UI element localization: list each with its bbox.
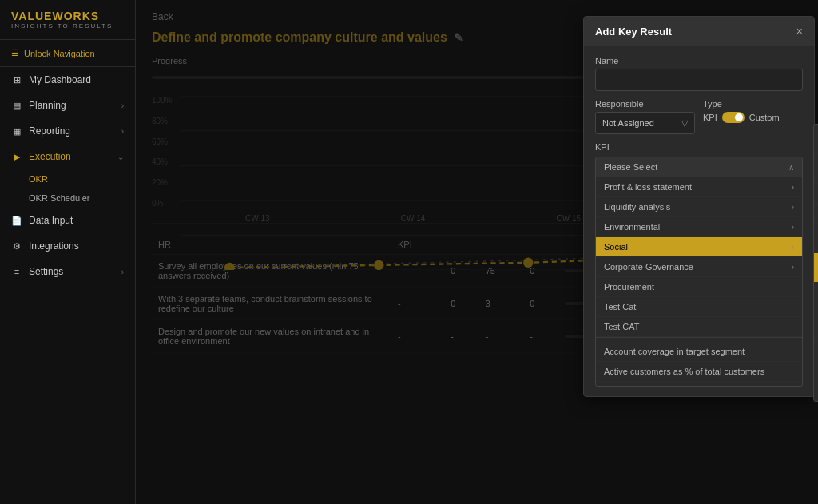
kpi-dropdown: Please Select ∧ Profit & loss statement›…	[595, 157, 803, 387]
kpi-please-select[interactable]: Please Select ∧	[596, 157, 802, 177]
kpi-list-item[interactable]: Test CAT	[596, 317, 802, 337]
logo-subtitle: INSIGHTS TO RESULTS	[11, 22, 124, 30]
kpi-submenu-item[interactable]: Employment: Employee turnover	[814, 154, 818, 184]
chevron-right-icon: ›	[792, 263, 794, 272]
dialog-close-button[interactable]: ×	[796, 25, 803, 38]
dialog-body: Name Responsible Not Assigned ▽ Type KPI	[584, 46, 814, 396]
kpi-custom-toggle-row: KPI Custom	[703, 112, 803, 123]
kpi-list-item[interactable]: Liquidity analysis›	[596, 197, 802, 217]
sidebar-item-execution[interactable]: ▶ Execution ⌄	[0, 144, 135, 169]
toggle-knob	[735, 113, 743, 121]
sidebar: VALUEWORKS INSIGHTS TO RESULTS ☰ Unlock …	[0, 0, 136, 504]
logo: VALUEWORKS INSIGHTS TO RESULTS	[0, 0, 135, 40]
execution-icon: ▶	[11, 152, 22, 162]
kpi-section-label: KPI	[595, 142, 803, 152]
kpi-list-item[interactable]: Profit & loss statement›	[596, 177, 802, 197]
sidebar-item-okr[interactable]: OKR	[0, 169, 135, 189]
kpi-submenu-item[interactable]: Diversity: Number of nationalities	[814, 342, 818, 371]
chevron-right-icon: ›	[792, 203, 794, 212]
kpi-submenu-item[interactable]: Equal Opportunities / Non-Discrimination…	[814, 253, 818, 283]
kpi-list-item[interactable]: Procurement	[596, 277, 802, 297]
type-label: Type	[703, 99, 803, 109]
chevron-down-icon: ⌄	[117, 153, 124, 161]
dashboard-icon: ⊞	[11, 75, 22, 85]
kpi-custom-toggle[interactable]	[722, 112, 745, 123]
unlock-nav-button[interactable]: ☰ Unlock Navigation	[0, 40, 135, 67]
chevron-right-icon: ›	[792, 223, 794, 232]
kpi-submenu-item[interactable]: Health & Wellness: Safe working environm…	[814, 283, 818, 312]
sidebar-item-reporting[interactable]: ▦ Reporting ›	[0, 118, 135, 144]
kpi-list-item[interactable]: Social›	[596, 237, 802, 257]
kpi-list-item[interactable]: Environmental›	[596, 217, 802, 237]
dropdown-icon: ▽	[681, 118, 688, 129]
kpi-list-item[interactable]: Corporate Governance›	[596, 257, 802, 277]
dialog-header: Add Key Result ×	[584, 17, 814, 46]
kpi-submenu-item[interactable]: Diversity and anti-harassment policy	[814, 312, 818, 342]
chevron-right-icon: ›	[121, 268, 124, 276]
sidebar-item-settings[interactable]: ≡ Settings ›	[0, 259, 135, 284]
data-input-icon: 📄	[11, 216, 22, 226]
responsible-select[interactable]: Not Assigned ▽	[595, 112, 695, 134]
kpi-label: KPI	[703, 113, 717, 122]
sidebar-item-planning[interactable]: ▤ Planning ›	[0, 93, 135, 118]
chevron-right-icon: ›	[792, 243, 794, 252]
planning-icon: ▤	[11, 101, 22, 111]
name-input[interactable]	[595, 69, 803, 91]
kpi-submenu-item[interactable]: Payment: CEO Pay Ratio	[814, 184, 818, 204]
kpi-extra-list: Account coverage in target segment Activ…	[596, 337, 802, 386]
logo-title: VALUEWORKS	[11, 10, 124, 22]
sidebar-item-integrations[interactable]: ⚙ Integrations	[0, 233, 135, 259]
reporting-icon: ▦	[11, 126, 22, 137]
sidebar-item-dashboard[interactable]: ⊞ My Dashboard	[0, 67, 135, 93]
chevron-up-icon: ∧	[788, 163, 794, 172]
kpi-submenu-item[interactable]: Diversity: Female-to-male ratio [employe…	[814, 371, 818, 401]
kpi-submenu-item[interactable]: Diversity: Female-to-male ratio [Managem…	[814, 224, 818, 253]
kpi-submenu: Employment: Temporary Worker RatioEmploy…	[813, 124, 818, 402]
menu-icon: ☰	[11, 48, 19, 58]
settings-icon: ≡	[11, 267, 22, 276]
main-content: Back Define and promote company culture …	[136, 0, 818, 504]
kpi-list: Profit & loss statement›Liquidity analys…	[596, 177, 802, 337]
chevron-right-icon: ›	[121, 101, 124, 110]
responsible-label: Responsible	[595, 99, 695, 109]
add-key-result-dialog: Add Key Result × Name Responsible Not As…	[583, 16, 815, 397]
sidebar-item-data-input[interactable]: 📄 Data Input	[0, 208, 135, 233]
kpi-submenu-item[interactable]: Employment: Temporary Worker Ratio	[814, 125, 818, 154]
integrations-icon: ⚙	[11, 241, 22, 252]
custom-label: Custom	[749, 113, 780, 122]
name-label: Name	[595, 56, 803, 65]
kpi-extra-item[interactable]: Account coverage in target segment	[596, 342, 802, 362]
chevron-right-icon: ›	[121, 127, 124, 136]
chevron-right-icon: ›	[792, 183, 794, 192]
kpi-list-item[interactable]: Test Cat	[596, 297, 802, 317]
kpi-submenu-item[interactable]: Payment: Gender Pay Ratio	[814, 204, 818, 224]
dialog-title: Add Key Result	[595, 26, 672, 38]
kpi-extra-item[interactable]: Active customers as % of total customers	[596, 362, 802, 382]
sidebar-item-okr-scheduler[interactable]: OKR Scheduler	[0, 189, 135, 208]
